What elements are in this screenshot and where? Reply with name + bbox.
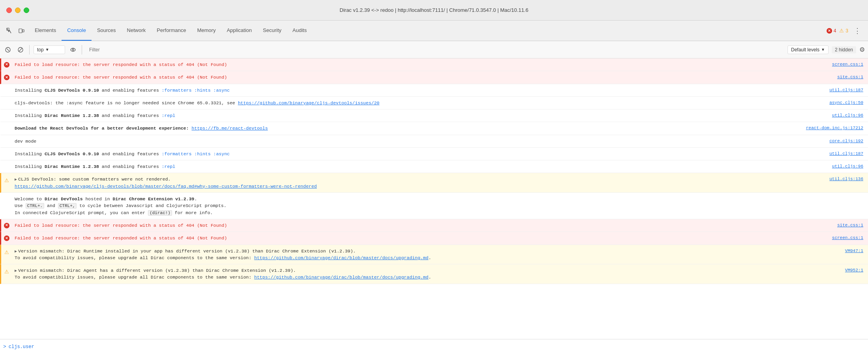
command-line: > cljs.user [0, 339, 868, 354]
devtools-tabs-bar: Elements Console Sources Network Perform… [0, 21, 868, 41]
message-source[interactable]: screen.css:1 [797, 233, 868, 243]
message-source[interactable]: site.css:1 [797, 73, 868, 82]
svg-point-8 [72, 49, 74, 51]
message-content: Failed to load resource: the server resp… [12, 73, 797, 82]
tab-sources[interactable]: Sources [92, 21, 122, 41]
table-row: ✕Failed to load resource: the server res… [0, 219, 868, 232]
message-content: Failed to load resource: the server resp… [12, 221, 797, 230]
message-content: Installing CLJS DevTools 0.9.10 and enab… [12, 149, 797, 158]
message-source[interactable]: site.css:1 [797, 221, 868, 230]
message-content: Version mismatch: Dirac Agent has a diff… [12, 266, 797, 282]
message-source[interactable]: VM947:1 [797, 247, 868, 256]
table-row: ⚠Version mismatch: Dirac Runtime install… [0, 245, 868, 265]
console-toolbar: top ▼ Default levels ▼ 2 hidden ⚙ [0, 41, 868, 58]
error-icon: ✕ [4, 223, 9, 228]
error-icon: ✕ [4, 75, 9, 80]
command-input[interactable]: cljs.user [9, 344, 34, 350]
table-row: Installing Dirac Runtime 1.2.38 and enab… [0, 109, 868, 122]
message-source[interactable]: async.cljs:50 [797, 98, 868, 107]
clear-console-button[interactable] [3, 45, 13, 55]
message-source[interactable]: util.cljs:96 [797, 162, 868, 171]
tab-console[interactable]: Console [62, 21, 92, 41]
tab-elements[interactable]: Elements [29, 21, 62, 41]
device-toolbar-icon[interactable] [16, 25, 27, 36]
titlebar: Dirac v1.2.39 <-> redoo | http://localho… [0, 0, 868, 21]
message-source[interactable]: util.cljs:96 [797, 111, 868, 120]
window-title: Dirac v1.2.39 <-> redoo | http://localho… [340, 7, 528, 13]
message-content: Version mismatch: Dirac Runtime installe… [12, 247, 797, 263]
console-messages: ✕Failed to load resource: the server res… [0, 58, 868, 339]
context-dropdown-arrow: ▼ [45, 47, 49, 52]
table-row: Installing CLJS DevTools 0.9.10 and enab… [0, 148, 868, 160]
table-row: Installing CLJS DevTools 0.9.10 and enab… [0, 84, 868, 97]
message-content: Installing CLJS DevTools 0.9.10 and enab… [12, 86, 797, 95]
tab-right-controls: ✕ 4 ⚠ 3 ⋮ [827, 21, 866, 41]
hidden-count-badge: 2 hidden [832, 46, 856, 53]
svg-rect-2 [22, 30, 24, 32]
message-content: cljs-devtools: the :async feature is no … [12, 98, 797, 107]
close-button[interactable] [6, 8, 12, 13]
svg-rect-1 [19, 29, 22, 33]
console-area: top ▼ Default levels ▼ 2 hidden ⚙ ✕Faile… [0, 41, 868, 354]
message-source[interactable]: util.cljs:187 [797, 86, 868, 95]
warn-triangle-icon: ⚠ [4, 268, 9, 276]
toolbar-separator-2 [82, 45, 82, 55]
levels-selector[interactable]: Default levels ▼ [788, 45, 829, 54]
table-row: Welcome to Dirac DevTools hosted in Dira… [0, 193, 868, 219]
expand-arrow-icon[interactable] [15, 177, 17, 183]
message-content: Failed to load resource: the server resp… [12, 60, 797, 69]
warn-badge[interactable]: ⚠ 3 [839, 28, 848, 34]
more-options-button[interactable]: ⋮ [851, 26, 863, 35]
svg-point-7 [71, 48, 75, 51]
table-row: ⚠Version mismatch: Dirac Agent has a dif… [0, 264, 868, 284]
tab-memory[interactable]: Memory [192, 21, 221, 41]
maximize-button[interactable] [24, 8, 29, 13]
context-selector[interactable]: top ▼ [34, 45, 65, 54]
expand-arrow-icon[interactable] [15, 249, 17, 254]
tab-network[interactable]: Network [122, 21, 152, 41]
error-icon: ✕ [4, 62, 9, 68]
message-source[interactable]: VM952:1 [797, 266, 868, 275]
error-badge[interactable]: ✕ 4 [827, 28, 836, 34]
table-row: Installing Dirac Runtime 1.2.38 and enab… [0, 160, 868, 173]
block-icon[interactable] [16, 45, 25, 55]
expand-arrow-icon[interactable] [15, 268, 17, 274]
message-content: Welcome to Dirac DevTools hosted in Dira… [12, 194, 868, 217]
inspect-icon[interactable] [4, 25, 15, 36]
filter-input[interactable] [86, 45, 784, 54]
message-content: Installing Dirac Runtime 1.2.38 and enab… [12, 111, 797, 120]
message-source[interactable]: util.cljs:187 [797, 149, 868, 158]
table-row: ✕Failed to load resource: the server res… [0, 232, 868, 245]
table-row: cljs-devtools: the :async feature is no … [0, 97, 868, 109]
message-content: CLJS DevTools: some custom formatters we… [12, 175, 797, 191]
message-source[interactable]: util.cljs:136 [797, 175, 868, 184]
error-icon: ✕ [827, 28, 832, 34]
tab-performance[interactable]: Performance [151, 21, 191, 41]
svg-line-6 [19, 48, 22, 51]
message-source[interactable]: core.cljs:192 [797, 137, 868, 146]
table-row: ✕Failed to load resource: the server res… [0, 58, 868, 71]
tab-security[interactable]: Security [257, 21, 287, 41]
warn-triangle-icon: ⚠ [839, 28, 844, 34]
svg-line-4 [7, 49, 9, 51]
window-controls [6, 8, 29, 13]
table-row: ⚠CLJS DevTools: some custom formatters w… [0, 173, 868, 193]
table-row: dev modecore.cljs:192 [0, 135, 868, 148]
tab-icon-group [2, 21, 29, 41]
tab-audits[interactable]: Audits [287, 21, 312, 41]
warn-triangle-icon: ⚠ [4, 249, 9, 256]
tab-application[interactable]: Application [221, 21, 258, 41]
message-content: Installing Dirac Runtime 1.2.38 and enab… [12, 162, 797, 171]
eye-icon[interactable] [68, 45, 78, 55]
table-row: Download the React DevTools for a better… [0, 122, 868, 135]
message-content: dev mode [12, 137, 797, 146]
message-content: Failed to load resource: the server resp… [12, 233, 797, 243]
minimize-button[interactable] [15, 8, 21, 13]
error-icon: ✕ [4, 235, 9, 241]
message-source[interactable]: react-dom.inc.js:17212 [797, 124, 868, 133]
warn-triangle-icon: ⚠ [4, 177, 9, 185]
settings-gear-icon[interactable]: ⚙ [859, 46, 865, 53]
devtools-body: Elements Console Sources Network Perform… [0, 21, 868, 354]
table-row: ✕Failed to load resource: the server res… [0, 71, 868, 84]
message-source[interactable]: screen.css:1 [797, 60, 868, 69]
